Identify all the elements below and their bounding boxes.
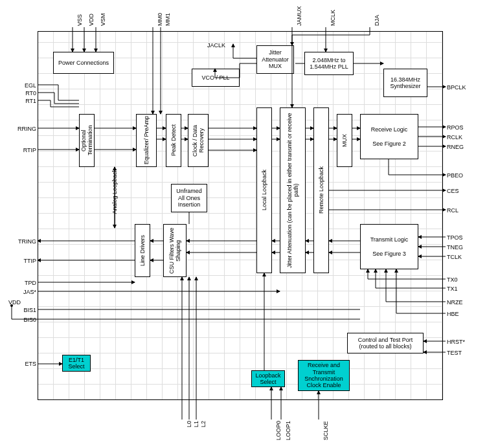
pin-rt0: RT0 bbox=[14, 90, 36, 96]
pin-vsm: VSM bbox=[100, 13, 106, 26]
block-ctrl-test: Control and Test Port (routed to all blo… bbox=[347, 333, 424, 353]
pin-rclk: RCLK bbox=[447, 134, 462, 140]
block-ja-label: Jitter Attenuation (can be placed in eit… bbox=[286, 109, 300, 271]
pin-pbeo: PBEO bbox=[447, 172, 463, 179]
block-eq-preamp-label: Equalizer/ PreAmp bbox=[143, 116, 150, 164]
block-pll: 2.048MHz to 1.544MHz PLL bbox=[304, 52, 354, 75]
pin-tneg: TNEG bbox=[447, 244, 463, 251]
pin-rtip: RTIP bbox=[5, 147, 36, 153]
diagram-canvas: VSS VDD VSM MM0 MM1 JAMUX MCLK DJA EGL R… bbox=[0, 0, 498, 448]
pin-nrze: NRZE bbox=[447, 299, 463, 306]
pin-l0: L0 bbox=[186, 421, 192, 427]
pin-jas: JAS* bbox=[14, 289, 36, 295]
block-mux-label: MUX bbox=[341, 134, 348, 147]
block-remote-lb: Remote Loopback bbox=[313, 107, 329, 273]
block-ja: Jitter Attenuation (can be placed in eit… bbox=[280, 107, 306, 273]
pin-l2: L2 bbox=[200, 421, 207, 427]
pin-bis0: BIS0 bbox=[14, 317, 36, 323]
block-line-drv-label: Line Drivers bbox=[139, 235, 146, 266]
pin-dja: DJA bbox=[374, 15, 380, 26]
block-analog-lb: Analog Loopback bbox=[107, 114, 122, 269]
pin-l1: L1 bbox=[193, 421, 199, 427]
pin-tring: TRING bbox=[5, 238, 36, 245]
pin-jamux: JAMUX bbox=[296, 6, 302, 26]
pin-bis1: BIS1 bbox=[14, 307, 36, 313]
block-cdr: Clock / Data Recovery bbox=[188, 114, 209, 167]
block-e1t1-sel: E1/T1 Select bbox=[62, 355, 91, 372]
pin-bpclk: BPCLK bbox=[447, 84, 466, 91]
block-synth: 16.384MHz Synthesizer bbox=[383, 69, 427, 97]
block-csu-label: CSU Filters Wave Shaping bbox=[168, 226, 182, 275]
pin-vdd-l: VDD bbox=[1, 299, 21, 306]
block-vco-pll: VCO / PLL bbox=[192, 69, 240, 87]
block-csu: CSU Filters Wave Shaping bbox=[163, 224, 187, 277]
pin-hbe: HBE bbox=[447, 311, 459, 317]
block-analog-lb-label: Analog Loopback bbox=[111, 169, 118, 214]
block-mux: MUX bbox=[337, 114, 352, 167]
pin-ttip: TTIP bbox=[5, 258, 36, 264]
pin-tpd: TPD bbox=[14, 280, 36, 286]
block-lb-sel: Loopback Select bbox=[251, 370, 285, 387]
pin-rring: RRING bbox=[5, 126, 36, 132]
block-eq-preamp: Equalizer/ PreAmp bbox=[136, 114, 157, 167]
pin-ces: CES bbox=[447, 188, 459, 194]
pin-mm1: MM1 bbox=[164, 13, 171, 26]
pin-mclk: MCLK bbox=[330, 10, 336, 26]
block-ja-mux: Jitter Attenuator MUX bbox=[256, 45, 294, 74]
pin-rcl: RCL bbox=[447, 207, 458, 214]
block-rx-logic-label: Receive Logic bbox=[371, 126, 408, 133]
block-peak-det: Peak Detect bbox=[166, 114, 181, 167]
block-tx-logic: Transmit Logic See Figure 3 bbox=[360, 224, 418, 269]
pin-tx1: TX1 bbox=[447, 286, 458, 292]
pin-sclke: SCLKE bbox=[323, 421, 329, 440]
block-opt-term: Optional Termination bbox=[79, 114, 95, 167]
block-opt-term-label: Optional Termination bbox=[80, 116, 94, 165]
pin-loop1: LOOP1 bbox=[285, 421, 291, 440]
pin-tx0: TX0 bbox=[447, 276, 458, 283]
block-peak-det-label: Peak Detect bbox=[170, 124, 177, 156]
block-rx-see: See Figure 2 bbox=[372, 140, 406, 147]
pin-rneg: RNEG bbox=[447, 144, 464, 150]
pin-tpos: TPOS bbox=[447, 234, 463, 241]
label-jaclk: JACLK bbox=[207, 42, 225, 49]
block-tx-logic-label: Transmit Logic bbox=[370, 236, 409, 243]
pin-rpos: RPOS bbox=[447, 124, 464, 131]
block-tx-see: See Figure 3 bbox=[372, 251, 406, 257]
pin-test: TEST bbox=[447, 350, 462, 356]
pin-ets: ETS bbox=[14, 361, 36, 367]
block-unframed: Unframed All Ones Insertion bbox=[171, 184, 207, 212]
pin-tclk: TCLK bbox=[447, 254, 462, 260]
pin-vdd-t: VDD bbox=[88, 14, 95, 26]
pin-mm0: MM0 bbox=[157, 13, 163, 26]
block-rx-logic: Receive Logic See Figure 2 bbox=[360, 114, 418, 159]
block-rx-tx-clk: Receive and Transmit Snchronization Cloc… bbox=[298, 360, 350, 391]
pin-vss: VSS bbox=[76, 14, 83, 26]
block-line-drv: Line Drivers bbox=[135, 224, 150, 277]
pin-rt1: RT1 bbox=[14, 98, 36, 104]
pin-hrst: HRST* bbox=[447, 339, 465, 345]
block-power: Power Connections bbox=[53, 52, 114, 74]
pin-loop0: LOOP0 bbox=[275, 421, 282, 440]
block-local-lb: Local Loopback bbox=[256, 107, 272, 273]
block-cdr-label: Clock / Data Recovery bbox=[192, 116, 205, 165]
pin-egl: EGL bbox=[14, 82, 36, 89]
block-local-lb-label: Local Loopback bbox=[261, 170, 267, 210]
block-remote-lb-label: Remote Loopback bbox=[318, 166, 324, 214]
